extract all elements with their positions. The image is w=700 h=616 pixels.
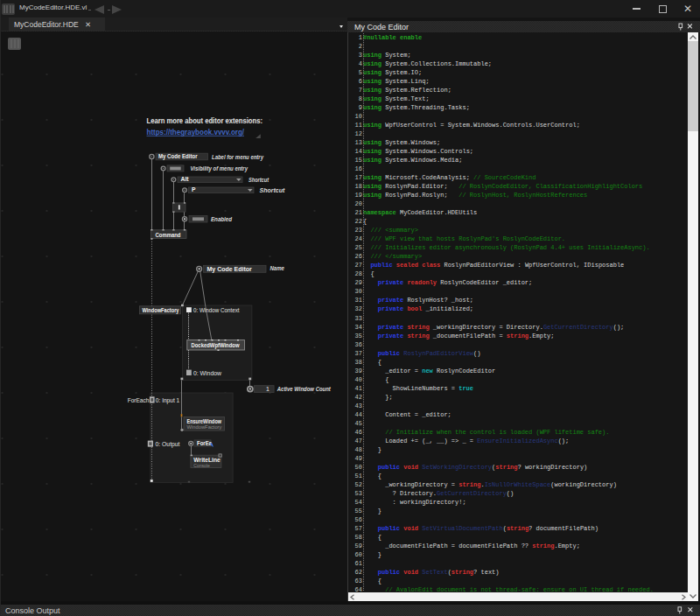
svg-text:WindowFactory: WindowFactory — [143, 307, 179, 314]
svg-text:0: Window Context: 0: Window Context — [193, 306, 240, 314]
svg-text:WindowFactory: WindowFactory — [187, 424, 222, 430]
svg-text:Shortcut: Shortcut — [260, 187, 285, 193]
svg-text:Name: Name — [270, 265, 285, 271]
svg-text:0: Output: 0: Output — [156, 440, 180, 448]
svg-text:My Code Editor: My Code Editor — [207, 266, 253, 273]
svg-text:0: Window: 0: Window — [193, 369, 222, 377]
svg-text:Enabled: Enabled — [211, 216, 233, 222]
svg-text:Shortcut: Shortcut — [248, 177, 270, 183]
svg-text:0: Input 1: 0: Input 1 — [156, 396, 180, 404]
svg-text:DockedWpfWindow: DockedWpfWindow — [192, 341, 240, 349]
svg-text:1: 1 — [266, 386, 270, 392]
svg-text:Command: Command — [156, 231, 181, 239]
svg-text:Alt: Alt — [181, 176, 190, 182]
svg-text:https://thegraybook.vvvv.org/: https://thegraybook.vvvv.org/ — [147, 128, 245, 136]
svg-text:Active Window Count: Active Window Count — [276, 386, 331, 392]
svg-text:My Code Editor: My Code Editor — [158, 153, 198, 160]
svg-text:ForEach: ForEach — [128, 396, 150, 404]
svg-text:Console: Console — [193, 463, 210, 468]
svg-text:Visibility of menu entry: Visibility of menu entry — [191, 165, 248, 172]
svg-text:ForEa: ForEa — [197, 440, 212, 446]
svg-text:Label for menu entry: Label for menu entry — [212, 154, 264, 161]
svg-text:WriteLine: WriteLine — [193, 457, 220, 463]
svg-text:EnsureWindow: EnsureWindow — [187, 418, 222, 424]
svg-text:Learn more about editor extens: Learn more about editor extensions: — [147, 116, 263, 125]
svg-text:P: P — [192, 186, 196, 192]
